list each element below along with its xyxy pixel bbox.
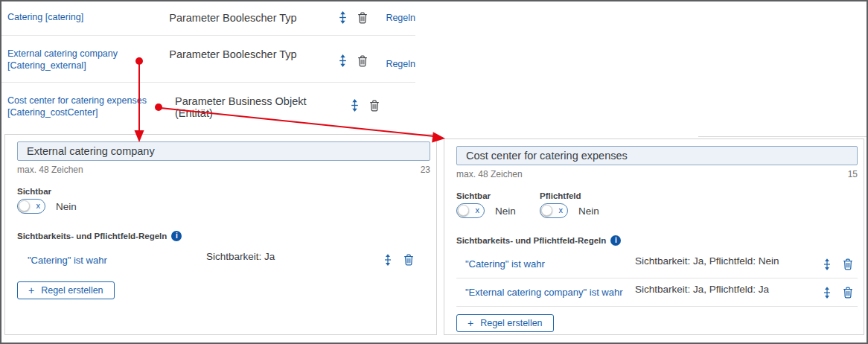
rules-heading: Sichtbarkeits- und Pflichtfeld-Regeln (456, 236, 606, 245)
max-length-hint: max. 48 Zeichen (456, 169, 523, 179)
rules-list: "Catering" ist wahr Sichtbarkeit: Ja (17, 246, 430, 274)
field-name-input[interactable] (456, 146, 858, 165)
trash-icon[interactable] (357, 12, 368, 24)
toggle-knob (458, 205, 469, 216)
trash-icon[interactable] (369, 100, 380, 112)
visible-toggle-label: Sichtbar (456, 191, 540, 200)
toggle-knob (19, 200, 30, 211)
toggle-knob (541, 205, 552, 216)
rules-list: "Catering" ist wahr Sichtbarkeit: Ja, Pf… (456, 250, 858, 307)
trash-icon[interactable] (843, 287, 853, 299)
plus-icon: + (467, 318, 473, 328)
toggle-off-glyph: x (36, 202, 41, 210)
visible-toggle-group: Sichtbar x Nein (17, 175, 100, 214)
parameter-type-label: Parameter Business Objekt (Entität) (175, 95, 345, 119)
visible-toggle-group: Sichtbar x Nein (456, 179, 540, 218)
move-vertical-icon[interactable] (822, 258, 832, 270)
trash-icon[interactable] (403, 254, 414, 266)
rule-effect-text: Sichtbarkeit: Ja (206, 251, 383, 262)
rule-effect-text: Sichtbarkeit: Ja, Pflichtfeld: Ja (635, 284, 822, 295)
toggle-state-text: Nein (56, 201, 77, 212)
trash-icon[interactable] (843, 258, 853, 270)
toggle-off-glyph: x (476, 206, 480, 214)
parameter-row-catering-costcenter: Cost center for catering expenses [Cater… (1, 83, 415, 130)
form-builder-window: Catering [catering] Parameter Boolescher… (0, 0, 868, 344)
field-panel-external-catering-company: max. 48 Zeichen 23 Sichtbar x Nein Si (4, 134, 437, 335)
visible-toggle-label: Sichtbar (17, 187, 100, 196)
create-rule-button[interactable]: + Regel erstellen (17, 281, 115, 299)
rule-row: "Catering" ist wahr Sichtbarkeit: Ja, Pf… (456, 250, 858, 278)
required-toggle[interactable]: x (540, 203, 568, 218)
rule-row: "Catering" ist wahr Sichtbarkeit: Ja (17, 246, 430, 274)
plus-icon: + (28, 285, 34, 296)
info-icon[interactable]: i (171, 231, 182, 241)
char-count: 23 (421, 165, 430, 175)
required-toggle-group: Pflichtfeld x Nein (540, 179, 623, 218)
field-name-input[interactable] (17, 141, 430, 161)
parameter-row-catering: Catering [catering] Parameter Boolescher… (1, 1, 415, 36)
parameter-type-label: Parameter Boolescher Typ (169, 11, 333, 24)
toggle-state-text: Nein (495, 206, 516, 217)
parameter-link-catering-costcenter[interactable]: Cost center for catering expenses [Cater… (7, 95, 175, 118)
rule-effect-text: Sichtbarkeit: Ja, Pflichtfeld: Nein (635, 255, 822, 267)
move-vertical-icon[interactable] (337, 54, 348, 67)
trash-icon[interactable] (357, 55, 368, 67)
field-panel-cost-center: max. 48 Zeichen 15 Sichtbar x Nein Pflic… (444, 138, 864, 335)
create-rule-label: Regel erstellen (41, 285, 103, 296)
visible-toggle[interactable]: x (17, 199, 45, 214)
char-count: 15 (848, 169, 858, 179)
move-vertical-icon[interactable] (383, 254, 393, 266)
move-vertical-icon[interactable] (822, 287, 832, 299)
parameter-link-catering-external[interactable]: External catering company [Catering_exte… (7, 48, 169, 71)
rule-condition-link[interactable]: "External catering company" ist wahr (465, 287, 635, 298)
rule-row: "External catering company" ist wahr Sic… (456, 278, 858, 307)
visible-toggle[interactable]: x (456, 203, 485, 218)
move-vertical-icon[interactable] (349, 99, 360, 112)
rule-condition-link[interactable]: "Catering" ist wahr (465, 258, 635, 270)
max-length-hint: max. 48 Zeichen (17, 165, 83, 175)
create-rule-button[interactable]: + Regel erstellen (456, 314, 554, 332)
move-vertical-icon[interactable] (337, 11, 348, 24)
parameter-type-label: Parameter Boolescher Typ (169, 48, 333, 60)
create-rule-label: Regel erstellen (480, 318, 542, 328)
parameter-row-catering-external: External catering company [Catering_exte… (1, 36, 415, 83)
parameter-link-catering[interactable]: Catering [catering] (7, 11, 169, 23)
parameter-list: Catering [catering] Parameter Boolescher… (1, 1, 415, 130)
info-icon[interactable]: i (610, 235, 621, 246)
rules-link[interactable]: Regeln (386, 13, 415, 23)
toggle-off-glyph: x (559, 206, 564, 214)
required-toggle-label: Pflichtfeld (540, 191, 623, 200)
toggle-state-text: Nein (578, 206, 599, 217)
divider (698, 136, 867, 137)
rule-condition-link[interactable]: "Catering" ist wahr (28, 255, 206, 266)
rules-heading: Sichtbarkeits- und Pflichtfeld-Regeln (17, 232, 167, 241)
rules-link[interactable]: Regeln (386, 59, 415, 69)
